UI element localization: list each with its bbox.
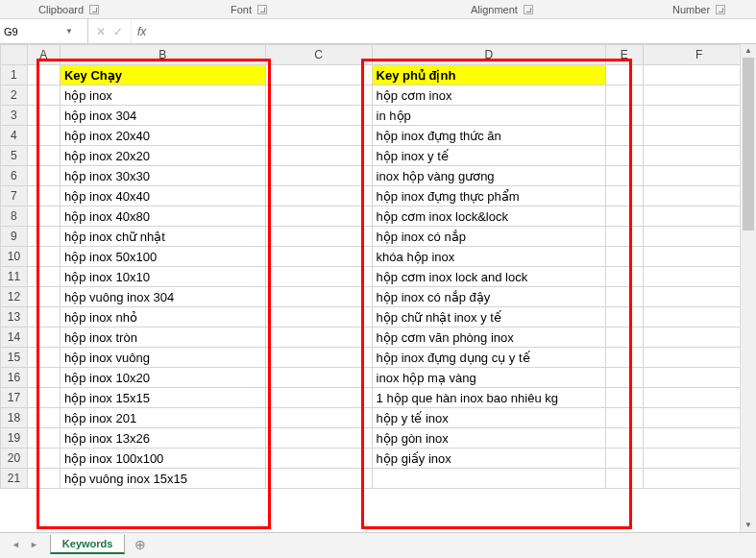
- add-sheet-button[interactable]: ⊕: [125, 537, 156, 552]
- cell[interactable]: hộp inox y tế: [372, 146, 605, 166]
- cell[interactable]: [643, 368, 756, 388]
- cell[interactable]: [265, 408, 372, 428]
- cell[interactable]: [265, 368, 372, 388]
- cell[interactable]: hộp y tế inox: [372, 408, 605, 428]
- cell[interactable]: [27, 227, 60, 247]
- cell[interactable]: [265, 65, 372, 85]
- select-all-corner[interactable]: [1, 45, 28, 65]
- scroll-down-icon[interactable]: ▼: [741, 519, 756, 532]
- cell[interactable]: [27, 65, 60, 85]
- row-header[interactable]: 12: [1, 287, 28, 307]
- cell[interactable]: [27, 287, 60, 307]
- cell[interactable]: hộp vuông inox 304: [60, 287, 265, 307]
- row-header[interactable]: 13: [1, 307, 28, 328]
- cell[interactable]: in hộp: [372, 106, 605, 126]
- row-header[interactable]: 10: [1, 247, 28, 267]
- cell[interactable]: [643, 206, 756, 227]
- spreadsheet-grid[interactable]: A B C D E F 1Key ChạyKey phủ định2hộp in…: [0, 44, 756, 489]
- cell[interactable]: [606, 287, 643, 307]
- cell[interactable]: [27, 85, 60, 106]
- dialog-launcher-icon[interactable]: [257, 5, 267, 14]
- cell[interactable]: [606, 428, 643, 449]
- cell[interactable]: [643, 267, 756, 287]
- cell[interactable]: [643, 428, 756, 449]
- row-header[interactable]: 3: [1, 106, 28, 126]
- cell[interactable]: [372, 469, 605, 489]
- cell[interactable]: [643, 287, 756, 307]
- cell[interactable]: hộp inox 50x100: [60, 247, 265, 267]
- cell[interactable]: [265, 106, 372, 126]
- cell[interactable]: 1 hộp que hàn inox bao nhiêu kg: [372, 388, 605, 408]
- cell[interactable]: [265, 428, 372, 449]
- cell[interactable]: [27, 106, 60, 126]
- col-header[interactable]: A: [27, 45, 60, 65]
- cell[interactable]: hộp gòn inox: [372, 428, 605, 449]
- cell[interactable]: [265, 247, 372, 267]
- cell[interactable]: hộp vuông inox 15x15: [60, 469, 265, 489]
- cell[interactable]: hộp inox đựng thức ăn: [372, 126, 605, 146]
- cell[interactable]: [606, 388, 643, 408]
- tab-nav[interactable]: ◄ ►: [0, 540, 50, 549]
- cell[interactable]: [643, 469, 756, 489]
- cell[interactable]: [643, 227, 756, 247]
- cell[interactable]: [643, 106, 756, 126]
- cell[interactable]: [606, 146, 643, 166]
- cell[interactable]: [27, 388, 60, 408]
- row-header[interactable]: 11: [1, 267, 28, 287]
- scroll-up-icon[interactable]: ▲: [741, 44, 756, 58]
- name-box[interactable]: ▼: [0, 19, 88, 43]
- cell[interactable]: hộp inox 10x10: [60, 267, 265, 287]
- cell[interactable]: hộp inox 201: [60, 408, 265, 428]
- cell[interactable]: [27, 428, 60, 449]
- cell[interactable]: [606, 106, 643, 126]
- cell[interactable]: inox hộp mạ vàng: [372, 368, 605, 388]
- cell[interactable]: [265, 469, 372, 489]
- cell[interactable]: Key Chạy: [60, 65, 265, 85]
- cell[interactable]: [643, 166, 756, 186]
- cell[interactable]: hộp inox 40x80: [60, 206, 265, 227]
- row-header[interactable]: 2: [1, 85, 28, 106]
- row-header[interactable]: 15: [1, 348, 28, 368]
- cell[interactable]: [606, 186, 643, 206]
- cell[interactable]: [606, 449, 643, 469]
- cell[interactable]: [265, 126, 372, 146]
- row-header[interactable]: 21: [1, 469, 28, 489]
- row-header[interactable]: 9: [1, 227, 28, 247]
- cell[interactable]: [606, 166, 643, 186]
- row-header[interactable]: 7: [1, 186, 28, 206]
- col-header[interactable]: B: [60, 45, 265, 65]
- cell[interactable]: [643, 146, 756, 166]
- name-box-input[interactable]: [4, 26, 61, 37]
- cell[interactable]: hộp inox đựng thực phẩm: [372, 186, 605, 206]
- cell[interactable]: [27, 368, 60, 388]
- chevron-down-icon[interactable]: ▼: [61, 27, 77, 36]
- row-header[interactable]: 19: [1, 428, 28, 449]
- cell[interactable]: [27, 267, 60, 287]
- row-header[interactable]: 16: [1, 368, 28, 388]
- cell[interactable]: hộp inox có nắp đậy: [372, 287, 605, 307]
- cell[interactable]: [265, 227, 372, 247]
- cell[interactable]: [27, 146, 60, 166]
- cell[interactable]: hộp inox 20x20: [60, 146, 265, 166]
- cell[interactable]: [606, 408, 643, 428]
- cell[interactable]: [265, 348, 372, 368]
- cell[interactable]: hộp inox 30x30: [60, 166, 265, 186]
- cell[interactable]: [27, 348, 60, 368]
- cell[interactable]: hộp inox vuông: [60, 348, 265, 368]
- cell[interactable]: [606, 267, 643, 287]
- cell[interactable]: [643, 348, 756, 368]
- cell[interactable]: [606, 348, 643, 368]
- cell[interactable]: [643, 328, 756, 348]
- cell[interactable]: [265, 146, 372, 166]
- dialog-launcher-icon[interactable]: [524, 5, 533, 14]
- row-header[interactable]: 8: [1, 206, 28, 227]
- cell[interactable]: Key phủ định: [372, 65, 605, 85]
- col-header[interactable]: F: [643, 45, 756, 65]
- row-header[interactable]: 4: [1, 126, 28, 146]
- tab-nav-next-icon[interactable]: ►: [30, 540, 38, 549]
- cell[interactable]: [606, 126, 643, 146]
- formula-input[interactable]: [152, 19, 756, 43]
- row-header[interactable]: 6: [1, 166, 28, 186]
- col-header[interactable]: D: [372, 45, 605, 65]
- cell[interactable]: hộp inox 10x20: [60, 368, 265, 388]
